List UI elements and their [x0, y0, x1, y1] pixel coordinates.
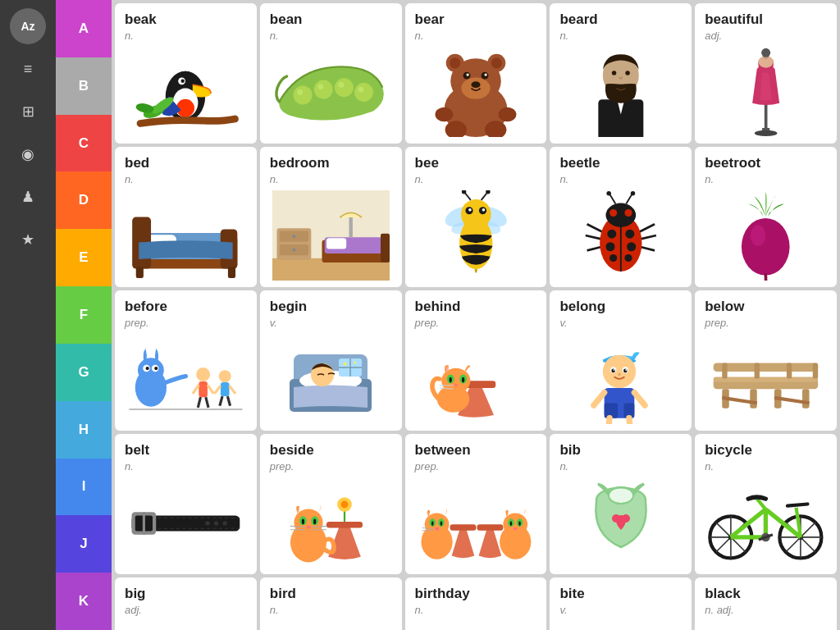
- svg-point-3: [181, 80, 185, 83]
- word-card-begin[interactable]: begin v.: [260, 290, 402, 431]
- svg-rect-55: [326, 238, 346, 249]
- word-card-beetle[interactable]: beetle n.: [550, 147, 692, 287]
- star-icon-button[interactable]: ★: [10, 221, 46, 258]
- word-pos: n.: [705, 173, 827, 185]
- svg-line-77: [587, 224, 602, 231]
- svg-point-101: [138, 358, 164, 382]
- word-title: below: [705, 299, 827, 315]
- az-icon-button[interactable]: Az: [10, 8, 46, 44]
- svg-point-72: [482, 208, 485, 212]
- svg-point-104: [146, 367, 149, 370]
- svg-point-90: [624, 254, 632, 262]
- word-title: begin: [270, 299, 392, 315]
- sidebar-item-i[interactable]: I: [56, 459, 112, 516]
- word-pos: n. adj.: [705, 604, 827, 616]
- svg-point-169: [223, 521, 227, 525]
- svg-point-200: [503, 513, 527, 536]
- svg-rect-113: [221, 382, 230, 396]
- svg-point-87: [605, 242, 614, 251]
- word-card-beside[interactable]: beside prep.: [260, 434, 402, 574]
- word-card-beautiful[interactable]: beautiful adj.: [695, 3, 837, 144]
- svg-point-11: [335, 78, 354, 97]
- svg-line-82: [640, 247, 655, 251]
- word-title: beard: [559, 11, 682, 28]
- svg-point-183: [301, 519, 304, 525]
- word-title: bib: [559, 442, 682, 459]
- word-pos: n.: [125, 30, 247, 42]
- svg-point-23: [461, 77, 490, 98]
- sidebar-item-e[interactable]: E: [56, 229, 112, 286]
- word-card-bite[interactable]: bite v.: [550, 578, 692, 630]
- svg-rect-165: [813, 363, 818, 379]
- word-title: birthday: [415, 586, 537, 602]
- word-card-beard[interactable]: beard n.: [550, 3, 692, 144]
- word-illustration: [270, 190, 392, 281]
- svg-line-81: [640, 235, 656, 240]
- word-card-big[interactable]: big adj.: [115, 578, 257, 630]
- svg-rect-163: [755, 363, 760, 379]
- sidebar-item-a[interactable]: A: [56, 0, 112, 57]
- word-card-beak[interactable]: beak n.: [115, 3, 257, 144]
- sidebar-item-c[interactable]: C: [56, 115, 112, 172]
- word-pos: prep.: [415, 460, 537, 472]
- word-illustration: [705, 47, 827, 137]
- word-card-bicycle[interactable]: bicycle n.: [695, 434, 837, 574]
- word-pos: v.: [270, 317, 392, 329]
- word-card-bedroom[interactable]: bedroom n.: [260, 147, 402, 287]
- word-title: bed: [125, 155, 247, 171]
- word-card-bird[interactable]: bird n.: [260, 578, 402, 630]
- sidebar-item-f[interactable]: F: [56, 286, 112, 344]
- word-card-black[interactable]: black n. adj.: [695, 578, 837, 630]
- word-illustration: [125, 190, 247, 281]
- svg-line-227: [788, 504, 807, 506]
- chess-icon-button[interactable]: ♟: [10, 179, 46, 215]
- svg-line-80: [640, 224, 655, 231]
- word-card-birthday[interactable]: birthday n.: [405, 578, 547, 630]
- sidebar-item-g[interactable]: G: [56, 344, 112, 401]
- word-pos: prep.: [415, 317, 537, 329]
- menu-icon-button[interactable]: ≡: [10, 51, 46, 87]
- word-card-bed[interactable]: bed n.: [115, 147, 257, 287]
- svg-text:★: ★: [353, 360, 357, 365]
- word-card-bib[interactable]: bib n.: [550, 434, 692, 574]
- word-title: beetroot: [705, 155, 827, 171]
- grid-icon-button[interactable]: ⊞: [10, 94, 46, 130]
- svg-point-99: [751, 225, 765, 246]
- svg-point-43: [761, 48, 770, 57]
- word-card-between[interactable]: between prep.: [405, 434, 547, 574]
- person-icon-button[interactable]: ◉: [10, 136, 46, 172]
- svg-point-31: [435, 107, 453, 122]
- svg-rect-175: [326, 522, 363, 528]
- word-pos: n.: [559, 173, 682, 185]
- sidebar-item-h[interactable]: H: [56, 401, 112, 459]
- svg-point-88: [627, 242, 636, 251]
- word-card-belong[interactable]: belong v.: [550, 290, 692, 431]
- word-pos: n.: [559, 460, 682, 472]
- word-grid: beak n.: [112, 0, 840, 630]
- svg-point-22: [491, 57, 502, 68]
- word-illustration: ★ ★: [270, 334, 392, 424]
- word-title: bedroom: [270, 155, 392, 171]
- sidebar-item-d[interactable]: D: [56, 171, 112, 229]
- word-card-beetroot[interactable]: beetroot n.: [695, 147, 837, 287]
- word-card-bear[interactable]: bear n.: [405, 3, 547, 144]
- svg-point-97: [631, 191, 635, 195]
- word-illustration: [705, 334, 827, 424]
- word-pos: n.: [270, 604, 392, 616]
- word-card-bee[interactable]: bee n.: [405, 147, 547, 287]
- word-card-belt[interactable]: belt n.: [115, 434, 257, 574]
- sidebar-item-k[interactable]: K: [56, 573, 112, 630]
- sidebar-item-j[interactable]: J: [56, 515, 112, 573]
- sidebar-item-b[interactable]: B: [56, 57, 112, 115]
- word-card-bean[interactable]: bean n.: [260, 3, 402, 144]
- svg-point-143: [614, 369, 615, 371]
- word-card-before[interactable]: before prep.: [115, 290, 257, 431]
- svg-line-95: [626, 194, 632, 204]
- svg-rect-197: [450, 524, 476, 530]
- word-card-below[interactable]: below prep.: [695, 290, 837, 431]
- svg-rect-154: [714, 377, 819, 382]
- svg-line-221: [731, 509, 766, 537]
- svg-point-141: [611, 369, 615, 373]
- word-card-behind[interactable]: behind prep.: [405, 290, 547, 431]
- word-pos: n.: [270, 173, 392, 185]
